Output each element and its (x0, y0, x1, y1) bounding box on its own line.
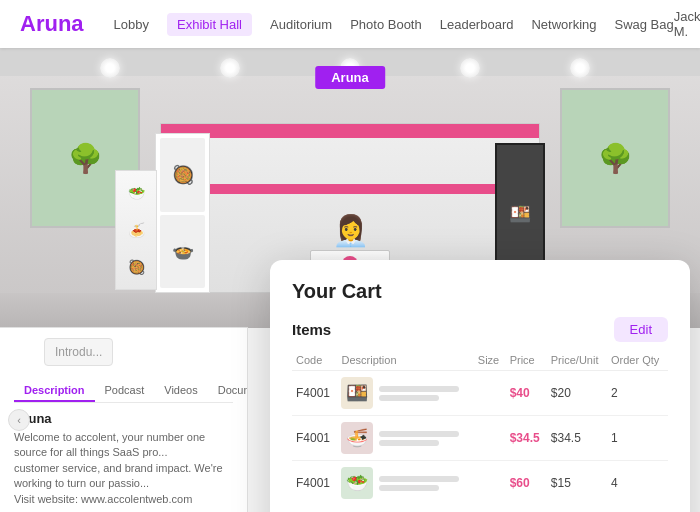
pink-mid-bar (161, 184, 539, 194)
booth-person: 👩‍💼 (332, 213, 369, 248)
intro-text: Introdu... (55, 345, 102, 359)
company-name: Aruna (14, 411, 233, 426)
nav-items: Lobby Exhibit Hall Auditorium Photo Boot… (114, 13, 674, 36)
row3-desc: 🥗 (337, 461, 473, 506)
row2-desc-lines (379, 431, 459, 446)
row3-price-unit: $15 (547, 461, 607, 506)
col-size: Size (474, 350, 506, 371)
desc-line (379, 431, 459, 437)
table-row: F4001 🍱 $40 $20 2 (292, 371, 668, 416)
table-row: F4001 🍜 $34.5 $34.5 1 (292, 416, 668, 461)
row2-img: 🍜 (341, 422, 373, 454)
app-logo: Aruna (20, 11, 84, 37)
col-code: Code (292, 350, 337, 371)
row1-desc: 🍱 (337, 371, 473, 416)
table-row: F4001 🥗 $60 $15 4 (292, 461, 668, 506)
row1-size (474, 371, 506, 416)
row2-code: F4001 (292, 416, 337, 461)
edit-button[interactable]: Edit (614, 317, 668, 342)
light-5 (570, 58, 590, 78)
row2-size (474, 416, 506, 461)
row1-price-unit: $20 (547, 371, 607, 416)
row1-qty: 2 (607, 371, 668, 416)
cart-table: Code Description Size Price Price/Unit O… (292, 350, 668, 505)
cart-items-label: Items (292, 321, 331, 338)
nav-item-lobby[interactable]: Lobby (114, 17, 149, 32)
row2-price-unit: $34.5 (547, 416, 607, 461)
cart-title: Your Cart (292, 280, 668, 303)
col-order-qty: Order Qty (607, 350, 668, 371)
row1-desc-lines (379, 386, 459, 401)
nav-item-exhibit-hall[interactable]: Exhibit Hall (167, 13, 252, 36)
user-name: Jack M. (674, 9, 700, 39)
info-panel: ‹ Introdu... Description Podcast Videos … (0, 327, 248, 512)
desc-line (379, 485, 439, 491)
nav-item-auditorium[interactable]: Auditorium (270, 17, 332, 32)
light-2 (220, 58, 240, 78)
pink-bar (161, 124, 539, 138)
left-banner: 🥗 🍝 🥘 (115, 170, 157, 290)
tab-podcast[interactable]: Podcast (95, 380, 155, 402)
cart-modal: Your Cart Items Edit Code Description Si… (270, 260, 690, 512)
cart-items-header: Items Edit (292, 317, 668, 342)
row2-qty: 1 (607, 416, 668, 461)
intro-bar: Introdu... (44, 338, 113, 366)
app-container: Aruna Lobby Exhibit Hall Auditorium Phot… (0, 0, 700, 512)
row2-desc: 🍜 (337, 416, 473, 461)
col-price: Price (506, 350, 547, 371)
tab-documents[interactable]: Documents (208, 380, 248, 402)
row3-desc-lines (379, 476, 459, 491)
company-description: Welcome to accolent, your number one sou… (14, 430, 233, 507)
tab-description[interactable]: Description (14, 380, 95, 402)
nav-item-photo-booth[interactable]: Photo Booth (350, 17, 422, 32)
tabs-row: Description Podcast Videos Documents (14, 380, 233, 403)
col-description: Description (337, 350, 473, 371)
light-1 (100, 58, 120, 78)
row1-img: 🍱 (341, 377, 373, 409)
right-window-area: 🌳 (560, 88, 670, 228)
desc-line (379, 386, 459, 392)
desc-line (379, 395, 439, 401)
tab-videos[interactable]: Videos (154, 380, 207, 402)
col-price-unit: Price/Unit (547, 350, 607, 371)
booth-name-label: Aruna (315, 66, 385, 89)
row2-price: $34.5 (506, 416, 547, 461)
left-display: 🥘 🍲 (155, 133, 210, 293)
row3-size (474, 461, 506, 506)
row1-code: F4001 (292, 371, 337, 416)
row1-price: $40 (506, 371, 547, 416)
nav-item-swag-bag[interactable]: Swag Bag (614, 17, 673, 32)
nav-item-leaderboard[interactable]: Leaderboard (440, 17, 514, 32)
light-4 (460, 58, 480, 78)
desc-line (379, 476, 459, 482)
nav-item-networking[interactable]: Networking (531, 17, 596, 32)
prev-arrow[interactable]: ‹ (8, 409, 30, 431)
row3-qty: 4 (607, 461, 668, 506)
row3-img: 🥗 (341, 467, 373, 499)
desc-line (379, 440, 439, 446)
top-nav: Aruna Lobby Exhibit Hall Auditorium Phot… (0, 0, 700, 48)
row3-price: $60 (506, 461, 547, 506)
row3-code: F4001 (292, 461, 337, 506)
